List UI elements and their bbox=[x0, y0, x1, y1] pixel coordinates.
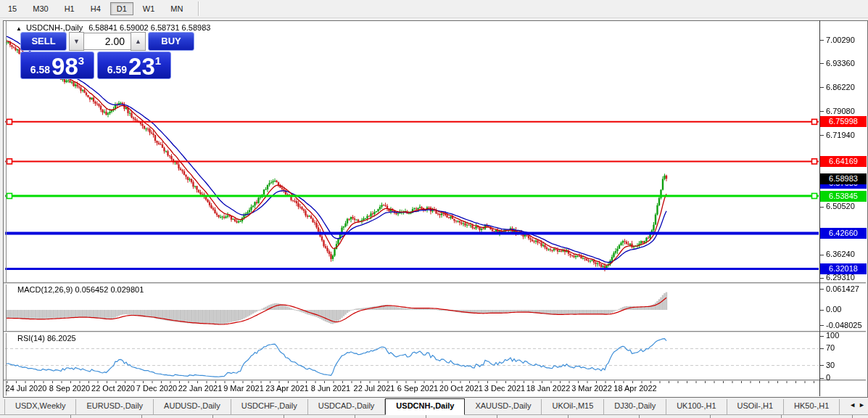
macd-tick-dash bbox=[820, 325, 824, 326]
mt4-platform: { "toolbar": { "items": ["15","M30","H1"… bbox=[0, 0, 868, 418]
chart-tab-hk50-[interactable]: HK50-,H1 bbox=[784, 399, 840, 414]
price-tick-dash bbox=[820, 278, 824, 279]
price-tick-dash bbox=[820, 135, 824, 136]
macd-tick-label: 0.00 bbox=[826, 305, 841, 314]
price-tick-label: 7.00290 bbox=[826, 36, 855, 44]
rsi-indicator-label: RSI(14) 86.2025 bbox=[17, 334, 76, 343]
date-axis-label: 23 Apr 2021 bbox=[265, 384, 308, 393]
rsi-tick-label: 70 bbox=[826, 343, 835, 352]
price-tag-6.75998: 6.75998 bbox=[820, 116, 867, 127]
date-axis-label: 24 Jul 2020 bbox=[6, 384, 47, 393]
price-tick-label: 6.71940 bbox=[826, 131, 855, 139]
date-axis-label: 22 Oct 2020 bbox=[91, 384, 135, 393]
bid-price-button[interactable]: 6.58983 bbox=[20, 52, 94, 79]
ask-price-button[interactable]: 6.59231 bbox=[97, 52, 171, 79]
tab-scroll-arrows: ◄► bbox=[849, 401, 865, 409]
rsi-tick-label: 30 bbox=[826, 361, 835, 369]
date-axis-label: 3 Mar 2022 bbox=[571, 384, 612, 393]
rsi-tick-dash bbox=[820, 365, 824, 366]
chart-tab-ukoil-[interactable]: UKOil-,M15 bbox=[542, 399, 604, 414]
price-tag-6.53845: 6.53845 bbox=[820, 191, 867, 202]
volume-increase-button[interactable]: ▲ bbox=[131, 32, 146, 51]
price-tick-label: 6.86220 bbox=[826, 83, 855, 91]
rsi-tick-dash bbox=[820, 348, 824, 349]
chart-ohlc-values: 6.58841 6.59002 6.58731 6.58983 bbox=[88, 23, 210, 32]
chart-header: ▲USDCNH-,Daily6.58841 6.59002 6.58731 6.… bbox=[16, 23, 210, 32]
price-tick-dash bbox=[820, 40, 824, 41]
price-tick-dash bbox=[820, 207, 824, 208]
volume-decrease-button[interactable]: ▼ bbox=[69, 32, 84, 51]
date-axis-label: 18 Apr 2022 bbox=[613, 384, 656, 393]
price-tick-dash bbox=[820, 87, 824, 88]
price-tick-label: 6.50520 bbox=[826, 202, 855, 210]
chart-tab-usdx[interactable]: USDX,Weekly bbox=[4, 399, 76, 414]
price-tick-dash bbox=[820, 111, 824, 112]
chart-tab-usdcnh-[interactable]: USDCNH-,Daily bbox=[385, 398, 465, 415]
macd-tick-label: 0.061427 bbox=[826, 284, 859, 293]
one-click-trade-panel: SELL ▼ ▲ BUY 6.58983 6.59231 bbox=[20, 32, 194, 79]
macd-tick-label: -0.048025 bbox=[826, 321, 862, 329]
chart-symbol-title: USDCNH-,Daily bbox=[26, 23, 83, 32]
price-tag-6.64169: 6.64169 bbox=[820, 156, 867, 167]
price-tag-6.58983: 6.58983 bbox=[820, 173, 867, 184]
date-axis-label: 22 Jan 2021 bbox=[178, 384, 223, 393]
date-axis-label: 8 Jun 2021 bbox=[311, 384, 350, 393]
chart-tab-xauusd-[interactable]: XAUUSD-,Daily bbox=[465, 399, 542, 414]
chart-tab-eurusd-[interactable]: EURUSD-,Daily bbox=[76, 399, 154, 414]
volume-input[interactable] bbox=[84, 33, 131, 50]
sell-button[interactable]: SELL bbox=[20, 32, 67, 51]
date-axis-label: 22 Jul 2021 bbox=[354, 384, 395, 393]
chart-tab-bar: USDX,WeeklyEURUSD-,DailyAUDUSD-,DailyUSD… bbox=[0, 398, 868, 414]
price-tick-label: 6.93360 bbox=[826, 59, 855, 67]
macd-indicator-label: MACD(12,26,9) 0.056452 0.029801 bbox=[17, 285, 144, 294]
tab-scroll-right-icon[interactable]: ► bbox=[859, 401, 865, 409]
date-axis-label: 8 Sep 2020 bbox=[49, 384, 90, 393]
macd-tick-dash bbox=[820, 289, 824, 290]
ask-price-pip: 1 bbox=[155, 54, 161, 67]
chart-window-inner-border bbox=[6, 21, 7, 396]
date-axis-label: 20 Oct 2021 bbox=[439, 384, 483, 393]
date-axis-label: 7 Dec 2020 bbox=[136, 384, 177, 393]
bid-price-prefix: 6.58 bbox=[30, 64, 50, 75]
date-axis-label: 6 Sep 2021 bbox=[397, 384, 438, 393]
rsi-tick-label: 0 bbox=[826, 373, 830, 382]
rsi-panel-separator[interactable] bbox=[4, 331, 866, 333]
chart-tab-dj30-[interactable]: DJ30-,Daily bbox=[604, 399, 666, 414]
date-axis-label: 18 Jan 2022 bbox=[526, 384, 571, 393]
chart-tab-usdcad-[interactable]: USDCAD-,Daily bbox=[308, 399, 386, 414]
collapse-icon[interactable]: ▲ bbox=[16, 25, 22, 32]
price-axis-line bbox=[819, 20, 820, 396]
date-axis-label: 9 Mar 2021 bbox=[223, 384, 264, 393]
price-tag-6.42660: 6.42660 bbox=[820, 228, 867, 239]
rsi-tick-label: 100 bbox=[826, 331, 839, 340]
ask-price-big: 23 bbox=[128, 56, 155, 78]
price-tick-label: 6.79080 bbox=[826, 107, 855, 115]
chart-tab-uk100-[interactable]: UK100-,H1 bbox=[666, 399, 727, 414]
bid-price-big: 98 bbox=[51, 56, 78, 78]
date-axis-label: 3 Dec 2021 bbox=[484, 384, 525, 393]
chart-tab-usoil-[interactable]: USOil-,H1 bbox=[727, 399, 785, 414]
rsi-tick-dash bbox=[820, 378, 824, 379]
price-tick-label: 6.29310 bbox=[826, 273, 855, 282]
chart-tab-usdchf-[interactable]: USDCHF-,Daily bbox=[231, 399, 308, 414]
rsi-tick-dash bbox=[820, 336, 824, 337]
buy-button[interactable]: BUY bbox=[148, 32, 194, 51]
price-tick-dash bbox=[820, 255, 824, 255]
chart-tab-audusd-[interactable]: AUDUSD-,Daily bbox=[154, 399, 231, 414]
ask-price-prefix: 6.59 bbox=[107, 64, 127, 75]
bid-price-pip: 3 bbox=[78, 54, 84, 67]
macd-tick-dash bbox=[820, 310, 824, 311]
macd-panel-separator[interactable] bbox=[4, 282, 866, 284]
date-axis-separator bbox=[4, 380, 866, 381]
volume-spinner: ▼ ▲ bbox=[69, 32, 146, 51]
tab-scroll-left-icon[interactable]: ◄ bbox=[849, 401, 856, 409]
price-tick-label: 6.36240 bbox=[826, 250, 855, 258]
price-tick-dash bbox=[820, 63, 824, 64]
